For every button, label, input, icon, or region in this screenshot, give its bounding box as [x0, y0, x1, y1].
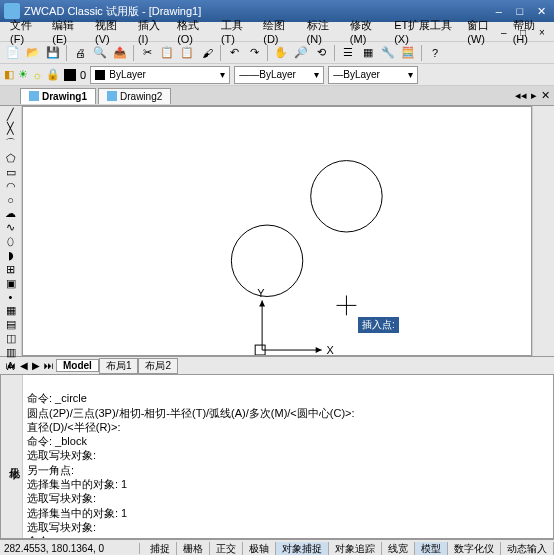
coordinates: 282.4553, 180.1364, 0	[0, 543, 140, 554]
drawing-canvas[interactable]: X Y 插入点:	[22, 106, 532, 356]
tablet-button[interactable]: 数字化仪	[448, 542, 501, 556]
table-icon[interactable]: ▥	[2, 346, 20, 359]
arc-icon[interactable]: ◠	[2, 180, 20, 193]
modify-toolbar	[532, 106, 554, 356]
circle-shape[interactable]	[231, 225, 302, 296]
svg-text:X: X	[327, 344, 335, 355]
menu-et[interactable]: ET扩展工具(X)	[388, 16, 461, 47]
model-button[interactable]: 模型	[415, 542, 448, 556]
document-tabs: Drawing1 Drawing2 ◂◂ ▸ ✕	[0, 86, 554, 106]
tab-drawing2[interactable]: Drawing2	[98, 88, 171, 104]
ellipse-icon[interactable]: ⬯	[2, 235, 20, 248]
menu-format[interactable]: 格式(O)	[171, 16, 215, 47]
menu-view[interactable]: 视图(V)	[89, 16, 132, 47]
xline-icon[interactable]: ╳	[2, 122, 20, 135]
command-window: 最小化 命令: _circle 圆点(2P)/三点(3P)/相切-相切-半径(T…	[0, 374, 554, 539]
tab-close-icon[interactable]: ✕	[541, 89, 550, 102]
layer-dropdown[interactable]: ByLayer ▾	[90, 66, 230, 84]
child-minimize-button[interactable]: –	[496, 27, 512, 38]
layout-last-icon[interactable]: ⏭	[42, 360, 56, 371]
grid-button[interactable]: 栅格	[177, 542, 210, 556]
cmd-side-label[interactable]: 最小化	[1, 375, 23, 538]
snap-button[interactable]: 捕捉	[144, 542, 177, 556]
layer-icon[interactable]: ◧	[4, 68, 14, 81]
layer0-icon[interactable]: 0	[80, 69, 86, 81]
circle-icon[interactable]: ○	[2, 194, 20, 206]
layout1-tab[interactable]: 布局1	[99, 358, 139, 374]
layout-first-icon[interactable]: ⏮	[4, 360, 18, 371]
spline-icon[interactable]: ∿	[2, 221, 20, 234]
linetype-dropdown[interactable]: —— ByLayer▾	[234, 66, 324, 84]
maximize-button[interactable]: □	[511, 5, 529, 17]
layout-prev-icon[interactable]: ◀	[18, 360, 30, 371]
region-icon[interactable]: ◫	[2, 332, 20, 345]
insert-icon[interactable]: ⊞	[2, 263, 20, 276]
color-icon[interactable]	[64, 69, 76, 81]
lineweight-dropdown[interactable]: — ByLayer▾	[328, 66, 418, 84]
circle-shape[interactable]	[311, 161, 382, 232]
insert-tooltip: 插入点:	[358, 317, 399, 333]
block-icon[interactable]: ▣	[2, 277, 20, 290]
model-tab[interactable]: Model	[56, 359, 99, 372]
child-close-button[interactable]: ×	[534, 27, 550, 38]
drawing-icon	[29, 91, 39, 101]
layout-tabs: ⏮ ◀ ▶ ⏭ Model 布局1 布局2	[0, 356, 554, 374]
tab-next-icon[interactable]: ▸	[531, 89, 537, 102]
layout-next-icon[interactable]: ▶	[30, 360, 42, 371]
menu-tools[interactable]: 工具(T)	[215, 16, 257, 47]
lock-icon[interactable]: 🔒	[46, 68, 60, 81]
ortho-button[interactable]: 正交	[210, 542, 243, 556]
lwt-button[interactable]: 线宽	[382, 542, 415, 556]
tab-prev-icon[interactable]: ◂◂	[515, 89, 527, 102]
toolbar-properties: ◧ ☀ ☼ 🔒 0 ByLayer ▾ —— ByLayer▾ — ByLaye…	[0, 64, 554, 86]
polar-button[interactable]: 极轴	[243, 542, 276, 556]
command-history[interactable]: 命令: _circle 圆点(2P)/三点(3P)/相切-相切-半径(T)/弧线…	[23, 375, 553, 538]
otrack-button[interactable]: 对象追踪	[329, 542, 382, 556]
point-icon[interactable]: •	[2, 291, 20, 303]
draw-toolbar: ╱ ╳ ⌒ ⬠ ▭ ◠ ○ ☁ ∿ ⬯ ◗ ⊞ ▣ • ▦ ▤ ◫ ▥ A	[0, 106, 22, 356]
svg-marker-1	[316, 347, 322, 353]
drawing-icon	[107, 91, 117, 101]
svg-marker-3	[259, 300, 265, 306]
sun-icon[interactable]: ☼	[32, 69, 42, 81]
line-icon[interactable]: ╱	[2, 108, 20, 121]
menu-file[interactable]: 文件(F)	[4, 16, 46, 47]
menu-insert[interactable]: 插入(I)	[132, 16, 171, 47]
revcloud-icon[interactable]: ☁	[2, 207, 20, 220]
polyline-icon[interactable]: ⌒	[2, 136, 20, 151]
linetype-icon[interactable]: ☀	[18, 68, 28, 81]
ellipsearc-icon[interactable]: ◗	[2, 249, 20, 262]
gradient-icon[interactable]: ▤	[2, 318, 20, 331]
layout2-tab[interactable]: 布局2	[138, 358, 178, 374]
ucs-icon: X Y	[255, 287, 334, 355]
menu-modify[interactable]: 修改(M)	[344, 16, 388, 47]
osnap-button[interactable]: 对象捕捉	[276, 542, 329, 556]
menubar: 文件(F) 编辑(E) 视图(V) 插入(I) 格式(O) 工具(T) 绘图(D…	[0, 22, 554, 42]
hatch-icon[interactable]: ▦	[2, 304, 20, 317]
menu-edit[interactable]: 编辑(E)	[46, 16, 89, 47]
polygon-icon[interactable]: ⬠	[2, 152, 20, 165]
svg-text:Y: Y	[257, 287, 265, 299]
workarea: ╱ ╳ ⌒ ⬠ ▭ ◠ ○ ☁ ∿ ⬯ ◗ ⊞ ▣ • ▦ ▤ ◫ ▥ A	[0, 106, 554, 356]
minimize-button[interactable]: –	[490, 5, 508, 17]
tab-drawing1[interactable]: Drawing1	[20, 88, 96, 104]
dyn-button[interactable]: 动态输入	[501, 542, 554, 556]
menu-draw[interactable]: 绘图(D)	[257, 16, 300, 47]
statusbar: 282.4553, 180.1364, 0 捕捉 栅格 正交 极轴 对象捕捉 对…	[0, 539, 554, 555]
child-restore-button[interactable]: □	[515, 27, 531, 38]
rectangle-icon[interactable]: ▭	[2, 166, 20, 179]
menu-dim[interactable]: 标注(N)	[301, 16, 344, 47]
